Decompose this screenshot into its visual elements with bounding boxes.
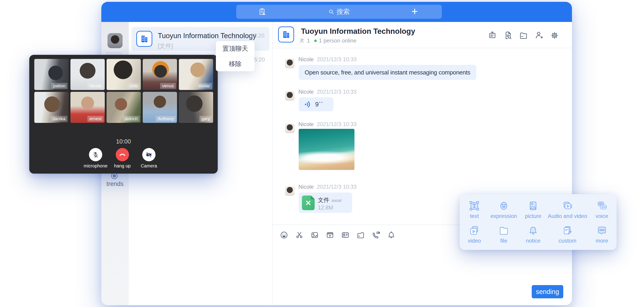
option-video[interactable]: video xyxy=(460,222,489,247)
send-button[interactable]: sending xyxy=(532,285,563,298)
video-tile: patton xyxy=(34,59,68,90)
top-bar: 搜索 + xyxy=(101,2,572,22)
conversation-context-menu: 置顶聊天 移除 xyxy=(216,41,254,71)
option-more[interactable]: more xyxy=(587,222,616,247)
participant-grid: patton Nicole zole venus stellar danika … xyxy=(34,59,213,123)
emoji-icon[interactable] xyxy=(279,230,289,240)
option-file[interactable]: file xyxy=(489,222,518,247)
image-message[interactable] xyxy=(299,129,354,170)
message-time: 2021/12/3 10:33 xyxy=(317,89,357,95)
group-file-icon[interactable] xyxy=(519,31,528,40)
file-message[interactable]: 文件.excel 12.8M xyxy=(299,193,352,213)
option-text[interactable]: text xyxy=(460,197,489,222)
video-tile: ernest xyxy=(70,92,105,123)
search-placeholder: 搜索 xyxy=(337,7,350,16)
user-avatar[interactable] xyxy=(108,33,122,48)
file-size: 12.8M xyxy=(318,204,333,211)
option-label: video xyxy=(468,238,481,244)
hangup-button[interactable] xyxy=(116,148,129,161)
option-label: text xyxy=(470,213,479,219)
video-call-window: patton Nicole zole venus stellar danika … xyxy=(29,55,218,174)
text-message: Open source, free, and universal instant… xyxy=(299,65,476,80)
option-label: more xyxy=(596,238,608,244)
microphone-button[interactable] xyxy=(89,148,102,161)
video-icon[interactable] xyxy=(325,230,335,240)
participant-name: ernest xyxy=(87,116,104,122)
video-tile: venus xyxy=(143,59,177,90)
plus-icon[interactable]: + xyxy=(412,4,418,18)
notification-icon[interactable] xyxy=(386,230,396,240)
av-call-icon[interactable] xyxy=(371,230,381,240)
audio-video-icon xyxy=(562,200,573,211)
building-icon xyxy=(140,34,149,44)
chat-record-search-icon[interactable] xyxy=(503,31,512,40)
camera-button[interactable] xyxy=(142,148,156,161)
screenshot-icon[interactable] xyxy=(294,230,304,240)
option-audio-video[interactable]: Audio and video xyxy=(548,197,587,222)
online-status: 1 person online xyxy=(319,37,356,44)
picture-icon[interactable] xyxy=(310,230,320,240)
participant-name: gary xyxy=(200,116,212,122)
sender-name: Nicole xyxy=(298,121,314,127)
option-picture[interactable]: picture xyxy=(518,197,548,222)
video-tile: stellar xyxy=(179,59,213,90)
participant-name: patton xyxy=(51,83,68,89)
avatar[interactable] xyxy=(285,59,294,68)
option-label: file xyxy=(500,238,507,244)
option-voice[interactable]: voice xyxy=(587,197,616,222)
participant-name: zole xyxy=(128,83,140,89)
avatar[interactable] xyxy=(285,124,294,133)
search-bar[interactable]: 搜索 + xyxy=(236,5,442,19)
avatar[interactable] xyxy=(285,186,294,196)
settings-icon[interactable] xyxy=(550,31,559,40)
excel-file-icon xyxy=(302,196,315,210)
menu-item-remove[interactable]: 移除 xyxy=(216,56,254,71)
message-time: 2021/12/3 10:33 xyxy=(317,121,357,127)
chat-header: Tuoyun Information Technology 1 1 person… xyxy=(272,22,572,48)
participant-name: Anthony xyxy=(156,116,176,122)
menu-item-pin-chat[interactable]: 置顶聊天 xyxy=(216,41,254,56)
hangup-icon xyxy=(118,151,126,159)
chat-title: Tuoyun Information Technology xyxy=(301,27,415,36)
announcement-icon[interactable] xyxy=(488,31,497,40)
voice-message[interactable]: 9`` xyxy=(299,97,334,111)
participant-name: stellar xyxy=(196,83,212,89)
option-label: expression xyxy=(490,213,517,219)
option-expression[interactable]: expression xyxy=(489,197,518,222)
picture-icon xyxy=(528,200,538,211)
message-meta: Nicole 2021/12/3 10:33 xyxy=(298,184,356,190)
option-label: notice xyxy=(526,238,540,244)
participant-name: danika xyxy=(50,116,68,122)
group-avatar xyxy=(136,31,152,47)
add-member-icon[interactable] xyxy=(534,31,544,40)
search-icon xyxy=(328,9,334,15)
contact-card-icon[interactable] xyxy=(340,230,350,240)
option-label: voice xyxy=(596,213,608,219)
group-avatar xyxy=(278,26,294,42)
avatar[interactable] xyxy=(285,91,294,101)
online-dot xyxy=(314,39,317,42)
message-time: 2021/12/3 10:33 xyxy=(317,184,357,190)
option-custom[interactable]: custom xyxy=(548,222,587,247)
option-notice[interactable]: notice xyxy=(518,222,548,247)
search-input[interactable]: 搜索 xyxy=(236,5,442,19)
sender-name: Nicole xyxy=(298,89,314,95)
more-icon xyxy=(596,225,608,236)
camera-muted-icon xyxy=(145,151,152,158)
folder-icon[interactable] xyxy=(356,230,366,240)
text-icon xyxy=(469,200,480,211)
participant-name: venus xyxy=(160,83,176,89)
conversation-last-message: [文件] xyxy=(158,42,173,50)
camera-control: Camera xyxy=(130,148,168,169)
member-icon xyxy=(299,38,305,43)
sender-name: Nicole xyxy=(298,184,314,190)
message-meta: Nicole 2021/12/3 10:33 xyxy=(298,89,356,95)
notice-icon xyxy=(528,225,538,236)
sidebar-item-trends[interactable]: trends xyxy=(101,180,129,188)
expression-icon xyxy=(498,200,509,211)
file-name: 文件.excel xyxy=(318,196,342,204)
video-tile: Nicole xyxy=(70,59,105,90)
conversation-time: 15:20 xyxy=(251,32,264,39)
voice-icon xyxy=(596,200,608,211)
custom-icon xyxy=(562,225,573,236)
